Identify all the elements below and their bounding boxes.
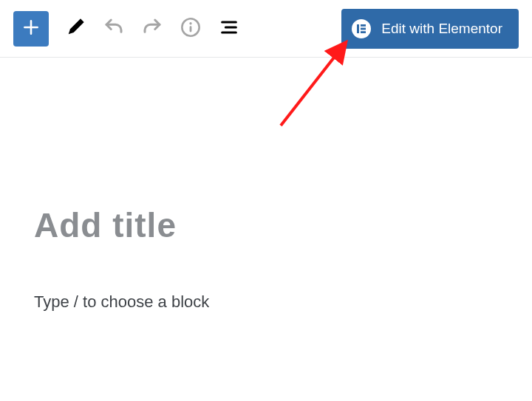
svg-point-1 bbox=[189, 22, 191, 24]
default-block-input[interactable]: Type / to choose a block bbox=[34, 292, 498, 312]
svg-rect-9 bbox=[361, 31, 366, 33]
tools-button[interactable] bbox=[58, 11, 93, 47]
editor-toolbar: Edit with Elementor bbox=[0, 0, 532, 58]
editor-canvas: Add title Type / to choose a block bbox=[0, 58, 532, 312]
svg-rect-2 bbox=[190, 26, 192, 32]
plus-icon bbox=[21, 18, 41, 39]
edit-with-elementor-label: Edit with Elementor bbox=[381, 21, 502, 37]
add-block-button[interactable] bbox=[13, 11, 49, 47]
info-icon bbox=[180, 17, 201, 40]
redo-icon bbox=[141, 16, 163, 41]
post-title-input[interactable]: Add title bbox=[34, 205, 498, 245]
svg-rect-6 bbox=[357, 24, 359, 33]
outline-button[interactable] bbox=[211, 11, 247, 47]
pencil-icon bbox=[65, 17, 86, 40]
undo-button[interactable] bbox=[96, 11, 132, 47]
elementor-icon bbox=[352, 19, 371, 38]
svg-rect-8 bbox=[361, 27, 366, 30]
undo-icon bbox=[103, 16, 125, 41]
list-icon bbox=[219, 17, 239, 40]
edit-with-elementor-button[interactable]: Edit with Elementor bbox=[341, 9, 519, 49]
redo-button[interactable] bbox=[134, 11, 170, 47]
info-button[interactable] bbox=[173, 11, 208, 47]
svg-rect-7 bbox=[361, 24, 366, 27]
